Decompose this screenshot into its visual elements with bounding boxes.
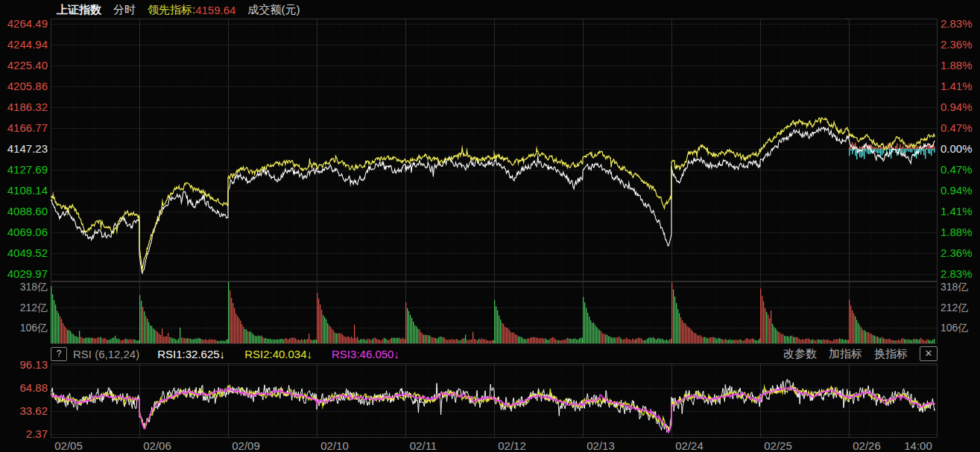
help-icon[interactable]: ? <box>51 347 67 361</box>
price-axis-label: 4029.97 <box>0 267 48 281</box>
leading-indicator: 领先指标:4159.64 <box>148 3 235 17</box>
rsi3-value: RSI3:46.050↓ <box>332 348 399 360</box>
percent-axis-label: 1.41% <box>941 205 979 218</box>
change-params-button[interactable]: 改参数 <box>783 347 817 361</box>
price-axis-label: 4127.69 <box>0 163 48 176</box>
rsi-axis-label: 96.13 <box>0 359 48 371</box>
chart-mode-tab[interactable]: 分时 <box>113 3 136 17</box>
volume-axis-label: 106亿 <box>0 322 48 334</box>
date-label: 02/09 <box>215 439 277 452</box>
date-label: 02/06 <box>126 439 189 452</box>
volume-axis-label: 212亿 <box>0 302 48 313</box>
price-axis-label: 4147.23 <box>0 142 48 156</box>
percent-axis-label: 2.36% <box>941 38 979 51</box>
percent-axis-label: 2.83% <box>941 17 979 31</box>
price-axis-label: 4225.40 <box>0 59 48 72</box>
price-axis-label: 4205.86 <box>0 80 48 93</box>
volume-axis-label: 318亿 <box>0 281 48 293</box>
turnover-label: 成交额(元) <box>247 3 300 17</box>
close-indicator-icon[interactable]: ✕ <box>920 346 938 361</box>
percent-axis-label: 0.94% <box>941 184 979 197</box>
leading-indicator-value: 4159.64 <box>195 4 235 16</box>
price-axis-label: 4264.49 <box>0 17 48 31</box>
rsi-title[interactable]: RSI (6,12,24) <box>73 348 139 360</box>
percent-axis-label: 0.47% <box>941 163 979 176</box>
volume-axis-label: 318亿 <box>941 281 979 293</box>
price-axis-label: 4049.52 <box>0 246 48 260</box>
leading-indicator-label: 领先指标: <box>148 3 195 17</box>
rsi-chart-canvas[interactable] <box>51 363 938 438</box>
price-axis-label: 4069.06 <box>0 226 48 239</box>
price-axis-label: 4244.94 <box>0 38 48 51</box>
date-label: 02/10 <box>303 439 366 452</box>
price-chart-canvas[interactable] <box>51 19 938 281</box>
stock-chart-app: 上证指数 分时 领先指标:4159.64 成交额(元) ⇕ 4264.49424… <box>0 0 980 452</box>
volume-axis-label: 106亿 <box>941 322 979 334</box>
date-label: 02/13 <box>569 439 632 452</box>
percent-axis-label: 0.94% <box>941 101 979 114</box>
switch-indicator-button[interactable]: 换指标 <box>874 347 908 361</box>
add-indicator-button[interactable]: 加指标 <box>829 347 862 361</box>
volume-chart-canvas[interactable] <box>51 281 938 344</box>
rsi-axis-label: 64.88 <box>0 382 48 394</box>
price-axis-label: 4088.60 <box>0 205 48 218</box>
date-label: 02/24 <box>658 439 721 452</box>
rsi-header: ? RSI (6,12,24) RSI1:32.625↓ RSI2:40.034… <box>51 346 938 362</box>
volume-axis-label: 212亿 <box>941 302 979 313</box>
date-label: 02/11 <box>392 439 455 452</box>
percent-axis-label: 0.47% <box>941 121 979 135</box>
chart-header: 上证指数 分时 领先指标:4159.64 成交额(元) <box>57 2 300 17</box>
percent-axis-label: 1.88% <box>941 226 979 239</box>
percent-axis-label: 1.88% <box>941 59 979 72</box>
symbol-name[interactable]: 上证指数 <box>57 3 101 17</box>
percent-axis-label: 1.41% <box>941 80 979 93</box>
percent-axis-label: 2.36% <box>941 246 979 260</box>
date-label: 02/05 <box>37 439 100 452</box>
price-axis-label: 4186.32 <box>0 101 48 114</box>
date-label: 02/25 <box>747 439 809 452</box>
time-label-current: 14:00 <box>887 439 949 452</box>
date-label: 02/12 <box>481 439 543 452</box>
rsi-toolbar: 改参数 加指标 换指标 ✕ <box>783 346 938 361</box>
percent-axis-label: 2.83% <box>941 267 979 281</box>
rsi-axis-label: 2.37 <box>0 428 48 440</box>
rsi-axis-label: 33.62 <box>0 405 48 417</box>
rsi2-value: RSI2:40.034↓ <box>244 348 312 360</box>
price-axis-label: 4166.77 <box>0 121 48 135</box>
rsi1-value: RSI1:32.625↓ <box>157 348 225 360</box>
percent-axis-label: 0.00% <box>941 142 979 156</box>
price-axis-label: 4108.14 <box>0 184 48 197</box>
